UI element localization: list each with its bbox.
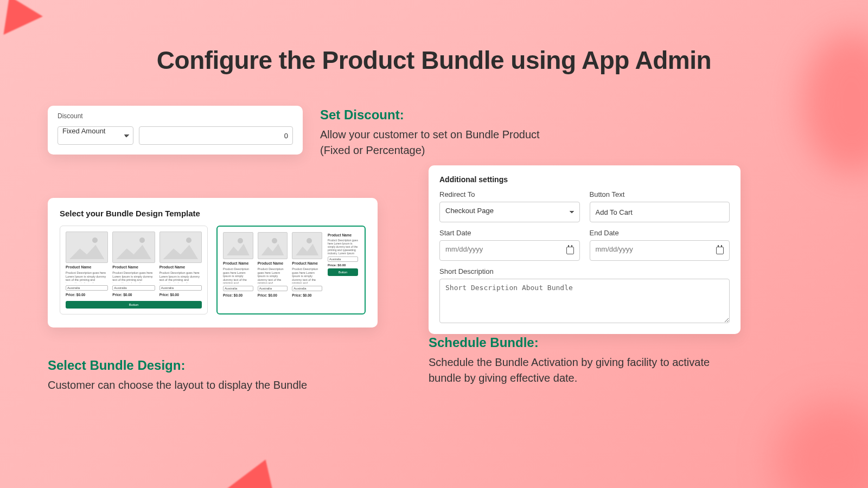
set-discount-section: Set Discount: Allow your customer to set… [320,107,553,158]
image-placeholder-icon [66,232,108,263]
product-price: Price: $0.00 [328,264,358,267]
image-placeholder-icon [159,232,202,263]
short-desc-label: Short Description [439,267,730,275]
decor-triangle [222,450,293,488]
product-price: Price: $0.00 [292,293,322,297]
product-desc: Product Description goes here Lorem Ipsu… [159,271,202,283]
schedule-text: Schedule the Bundle Activation by giving… [429,355,743,386]
product-name: Product Name [223,261,253,265]
variant-select: Australia [328,256,358,262]
additional-settings-card: Additional settings Redirect To Checkout… [429,165,741,334]
product-price: Price: $0.00 [159,293,202,297]
product-price: Price: $0.00 [223,293,253,297]
button-text-label: Button Text [590,190,730,198]
decor-blur [776,401,868,488]
date-placeholder: mm/dd/yyyy [445,245,483,253]
redirect-label: Redirect To [439,190,580,198]
start-date-label: Start Date [439,229,580,237]
variant-select: Australia [292,286,322,291]
variant-select: Australia [112,285,155,291]
short-desc-textarea[interactable] [439,279,730,323]
template-card: Select your Bundle Design Template Produ… [48,198,378,328]
select-design-section: Select Bundle Design: Customer can choos… [48,358,379,393]
end-date-input[interactable]: mm/dd/yyyy [590,240,730,261]
button-text-input[interactable] [590,202,730,222]
image-placeholder-icon [258,232,288,259]
product-name: Product Name [328,233,358,237]
product-name: Product Name [112,265,155,269]
product-name: Product Name [159,265,202,269]
product-desc: Product Description goes here Lorem Ipsu… [258,267,288,284]
date-placeholder: mm/dd/yyyy [596,245,633,253]
product-price: Price: $0.00 [66,293,108,297]
image-placeholder-icon [112,232,155,263]
discount-label: Discount [58,112,293,120]
discount-value-input[interactable] [139,126,293,145]
end-date-label: End Date [590,229,730,237]
discount-card: Discount Fixed Amount [48,106,303,155]
product-desc: Product Description goes here Lorem Ipsu… [328,239,358,255]
variant-select: Australia [258,286,288,291]
schedule-section: Schedule Bundle: Schedule the Bundle Act… [429,335,743,386]
additional-settings-heading: Additional settings [439,175,730,184]
calendar-icon [716,247,724,254]
select-design-text: Customer can choose the layout to displa… [48,377,379,393]
product-price: Price: $0.00 [112,293,155,297]
product-name: Product Name [258,261,288,265]
start-date-input[interactable]: mm/dd/yyyy [439,240,580,261]
template-option-a[interactable]: Product Name Product Description goes he… [60,226,208,314]
bundle-button: Button [328,268,358,276]
schedule-title: Schedule Bundle: [429,335,743,350]
product-desc: Product Description goes here Lorem Ipsu… [66,271,108,283]
bundle-button: Button [66,301,202,309]
variant-select: Australia [223,286,253,291]
calendar-icon [566,247,574,254]
product-name: Product Name [66,265,108,269]
variant-select: Australia [66,285,108,291]
template-option-b[interactable]: Product Name Product Description goes he… [216,226,366,314]
product-name: Product Name [292,261,322,265]
variant-select: Australia [159,285,202,291]
product-desc: Product Description goes here Lorem Ipsu… [292,267,322,284]
product-price: Price: $0.00 [258,293,288,297]
image-placeholder-icon [223,232,253,259]
set-discount-title: Set Discount: [320,107,553,123]
redirect-select[interactable]: Checkout Page [439,202,580,222]
page-title: Configure the Product Bundle using App A… [0,0,868,75]
select-design-title: Select Bundle Design: [48,358,379,373]
template-label: Select your Bundle Design Template [60,209,366,218]
set-discount-text: Allow your customer to set on Bundle Pro… [320,127,553,158]
image-placeholder-icon [292,232,322,259]
discount-type-select[interactable]: Fixed Amount [58,126,133,145]
product-desc: Product Description goes here Lorem Ipsu… [223,267,253,284]
product-desc: Product Description goes here Lorem Ipsu… [112,271,155,283]
